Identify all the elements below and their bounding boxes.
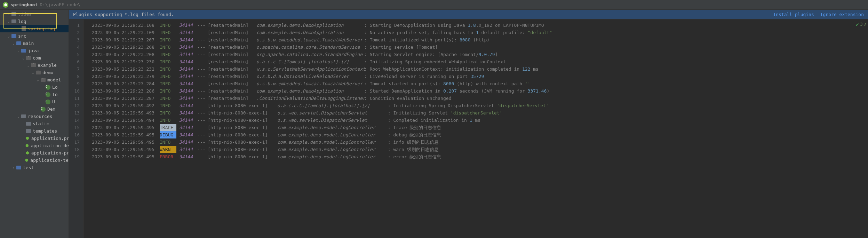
tree-item-java[interactable]: ⌄java	[0, 47, 69, 54]
tree-item-spring-log[interactable]: spring.log	[0, 25, 69, 32]
log-line[interactable]: 2023-09-05 21:29:23.208INFO 34144 --- [r…	[92, 51, 868, 58]
tree-arrow-icon[interactable]: ⌄	[31, 71, 35, 74]
tree-arrow-icon[interactable]: ⌄	[6, 34, 11, 38]
log-pid: 34144	[176, 51, 194, 58]
tree-item-label: demo	[42, 70, 53, 75]
line-number[interactable]: 11	[72, 95, 80, 102]
log-timestamp: 2023-09-05 21:29:59.495	[92, 153, 160, 160]
tree-arrow-icon[interactable]: ⌄	[16, 115, 21, 118]
log-line[interactable]: 2023-09-05 21:29:23.286INFO 34144 --- [r…	[92, 87, 868, 95]
log-line[interactable]: 2023-09-05 21:29:23.208INFO 34144 --- [r…	[92, 43, 868, 51]
source-folder-icon	[16, 41, 22, 46]
log-thread: [restartedMain]	[208, 73, 256, 80]
install-plugins-link[interactable]: Install plugins	[773, 12, 814, 17]
tree-arrow-icon[interactable]: ⌄	[16, 49, 21, 53]
line-number[interactable]: 9	[72, 80, 80, 87]
tree-arrow-icon[interactable]: ⌄	[35, 78, 40, 82]
log-separator: ---	[194, 131, 208, 138]
log-line[interactable]: 2023-09-05 21:29:23.108INFO 34144 --- [r…	[92, 22, 868, 29]
log-line[interactable]: 2023-09-05 21:29:23.109INFO 34144 --- [r…	[92, 29, 868, 36]
log-separator: ---	[194, 124, 208, 131]
tree-item-static[interactable]: static	[0, 120, 69, 127]
tree-item-Dem[interactable]: CDem	[0, 105, 69, 113]
line-number[interactable]: 16	[72, 131, 80, 138]
tree-item-To[interactable]: CTo	[0, 91, 69, 98]
log-line[interactable]: 2023-09-05 21:29:23.232INFO 34144 --- [r…	[92, 65, 868, 73]
notification-bar: Plugins supporting *.log files found. In…	[69, 10, 868, 19]
tree-item-src[interactable]: ⌄src	[0, 32, 69, 40]
log-line[interactable]: 2023-09-05 21:29:59.495TRACE 34144 --- […	[92, 124, 868, 131]
tree-item-demo[interactable]: ⌄demo	[0, 69, 69, 76]
line-number[interactable]: 5	[72, 51, 80, 58]
log-line[interactable]: 2023-09-05 21:29:59.495WARN 34144 --- [h…	[92, 146, 868, 153]
line-number[interactable]: 3	[72, 36, 80, 43]
log-line[interactable]: 2023-09-05 21:29:23.230INFO 34144 --- [r…	[92, 58, 868, 65]
tree-arrow-icon[interactable]: ⌄	[26, 64, 31, 67]
line-number[interactable]: 17	[72, 138, 80, 146]
tree-item-label: static	[33, 121, 49, 126]
log-level: INFO	[160, 29, 176, 36]
log-line[interactable]: 2023-09-05 21:29:23.279INFO 34144 --- [r…	[92, 73, 868, 80]
log-line[interactable]: 2023-09-05 21:29:59.494INFO 34144 --- [h…	[92, 117, 868, 124]
tree-arrow-icon[interactable]: ⌄	[6, 20, 11, 23]
tree-item--idea[interactable]: ›.idea	[0, 10, 69, 18]
editor-area[interactable]: 12345678910111213141516171819 2023-09-05…	[69, 19, 868, 238]
line-number[interactable]: 2	[72, 29, 80, 36]
tree-item-model[interactable]: ⌄model	[0, 76, 69, 84]
tree-item-application-dev-p[interactable]: ⬢application-dev.p	[0, 142, 69, 149]
log-thread: [http-nio-8080-exec-1]	[208, 102, 277, 109]
tree-item-application-test-p[interactable]: ⬢application-test.p	[0, 157, 69, 164]
line-gutter[interactable]: 12345678910111213141516171819	[69, 19, 83, 238]
tree-item-U[interactable]: CU	[0, 98, 69, 105]
line-number[interactable]: 15	[72, 124, 80, 131]
tree-arrow-icon[interactable]: ›	[6, 13, 11, 16]
line-number[interactable]: 14	[72, 117, 80, 124]
tree-item-label: Lo	[52, 85, 58, 90]
project-tree[interactable]: ›.idea⌄logspring.log⌄src⌄main⌄java⌄com⌄e…	[0, 10, 69, 238]
line-number[interactable]: 12	[72, 102, 80, 109]
log-line[interactable]: 2023-09-05 21:29:23.207INFO 34144 --- [r…	[92, 36, 868, 43]
line-number[interactable]: 18	[72, 146, 80, 153]
ignore-extension-link[interactable]: Ignore extension	[820, 12, 864, 17]
log-separator: ---	[194, 51, 208, 58]
tree-item-example[interactable]: ⌄example	[0, 62, 69, 69]
tree-arrow-icon[interactable]: ⌄	[11, 42, 16, 45]
tree-item-log[interactable]: ⌄log	[0, 18, 69, 25]
tree-item-main[interactable]: ⌄main	[0, 40, 69, 47]
tree-item-label: U	[52, 99, 55, 104]
log-line[interactable]: 2023-09-05 21:29:59.492INFO 34144 --- [h…	[92, 102, 868, 109]
log-content[interactable]: 2023-09-05 21:29:23.108INFO 34144 --- [r…	[83, 19, 868, 238]
line-number[interactable]: 7	[72, 65, 80, 73]
log-line[interactable]: 2023-09-05 21:29:23.287INFO 34144 --- [r…	[92, 95, 868, 102]
tree-item-application-prod[interactable]: ⬢application-prod	[0, 149, 69, 157]
tree-item-com[interactable]: ⌄com	[0, 54, 69, 62]
tree-item-resources[interactable]: ⌄resources	[0, 113, 69, 120]
tree-item-application-prop[interactable]: ⬢application.prop	[0, 135, 69, 142]
log-line[interactable]: 2023-09-05 21:29:59.495ERROR 34144 --- […	[92, 153, 868, 160]
line-number[interactable]: 8	[72, 73, 80, 80]
line-number[interactable]: 19	[72, 153, 80, 160]
inspection-widget[interactable]: ✔ 3 ∧	[856, 22, 867, 27]
line-number[interactable]: 4	[72, 43, 80, 51]
tree-item-Lo[interactable]: CLo	[0, 84, 69, 91]
log-thread: [restartedMain]	[208, 87, 256, 95]
log-separator: ---	[194, 80, 208, 87]
log-level: INFO	[160, 102, 176, 109]
line-number[interactable]: 10	[72, 87, 80, 95]
log-line[interactable]: 2023-09-05 21:29:23.284INFO 34144 --- [r…	[92, 80, 868, 87]
line-number[interactable]: 6	[72, 58, 80, 65]
tree-item-templates[interactable]: templates	[0, 127, 69, 135]
log-line[interactable]: 2023-09-05 21:29:59.493INFO 34144 --- [h…	[92, 109, 868, 117]
line-number[interactable]: 13	[72, 109, 80, 117]
tree-arrow-icon[interactable]: ›	[11, 166, 16, 169]
log-line[interactable]: 2023-09-05 21:29:59.495INFO 34144 --- [h…	[92, 138, 868, 146]
log-logger: com.example.demo.DemoApplication	[256, 22, 364, 29]
log-separator: ---	[194, 65, 208, 73]
tree-item-test[interactable]: ›test	[0, 164, 69, 171]
log-pid: 34144	[176, 124, 194, 131]
line-number[interactable]: 1	[72, 22, 80, 29]
log-line[interactable]: 2023-09-05 21:29:59.495DEBUG 34144 --- […	[92, 131, 868, 138]
log-separator: ---	[194, 73, 208, 80]
log-timestamp: 2023-09-05 21:29:23.284	[92, 80, 160, 87]
tree-arrow-icon[interactable]: ⌄	[21, 56, 26, 60]
